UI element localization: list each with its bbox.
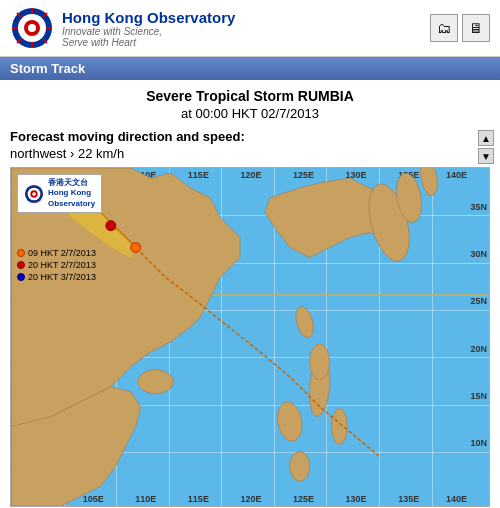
legend-item-3: 20 HKT 3/7/2013 <box>17 272 96 282</box>
scroll-down-button[interactable]: ▼ <box>478 148 494 164</box>
svg-point-17 <box>418 168 440 197</box>
network-icon[interactable]: 🖥 <box>462 14 490 42</box>
legend-circle-3 <box>17 273 25 281</box>
storm-track-banner: Storm Track <box>0 57 500 80</box>
header-icons: 🗂 🖥 <box>430 14 490 42</box>
legend-label-2: 20 HKT 2/7/2013 <box>28 260 96 270</box>
legend-circle-1 <box>17 249 25 257</box>
scroll-up-button[interactable]: ▲ <box>478 130 494 146</box>
header-tagline-2: Serve with Heart <box>62 37 235 48</box>
storm-title: Severe Tropical Storm RUMBIA <box>10 88 490 104</box>
map-logo: 香港天文台Hong KongObservatory <box>17 174 102 213</box>
legend-label-1: 09 HKT 2/7/2013 <box>28 248 96 258</box>
svg-point-18 <box>293 305 317 340</box>
hko-logo-icon <box>10 6 54 50</box>
main-content: Severe Tropical Storm RUMBIA at 00:00 HK… <box>0 80 500 507</box>
svg-point-11 <box>28 24 36 32</box>
legend-label-3: 20 HKT 3/7/2013 <box>28 272 96 282</box>
legend: 09 HKT 2/7/2013 20 HKT 2/7/2013 20 HKT 3… <box>17 210 96 284</box>
legend-item-2: 20 HKT 2/7/2013 <box>17 260 96 270</box>
header-title: Hong Kong Observatory <box>62 9 235 26</box>
header-left: Hong Kong Observatory Innovate with Scie… <box>10 6 235 50</box>
svg-point-37 <box>32 192 36 196</box>
scroll-arrows: ▲ ▼ <box>478 130 494 164</box>
storm-time: at 00:00 HKT 02/7/2013 <box>10 106 490 121</box>
header: Hong Kong Observatory Innovate with Scie… <box>0 0 500 57</box>
map-logo-text: 香港天文台Hong KongObservatory <box>48 178 95 209</box>
svg-point-22 <box>332 409 348 445</box>
banner-title: Storm Track <box>10 61 85 76</box>
legend-item-1: 09 HKT 2/7/2013 <box>17 248 96 258</box>
svg-point-27 <box>131 243 141 253</box>
svg-point-19 <box>138 370 174 394</box>
forecast-label: Forecast moving direction and speed: <box>10 129 490 144</box>
legend-circle-2 <box>17 261 25 269</box>
svg-point-21 <box>275 400 305 443</box>
svg-point-23 <box>290 451 310 481</box>
folder-icon[interactable]: 🗂 <box>430 14 458 42</box>
svg-point-28 <box>106 221 116 231</box>
map-container: 100E 105E 110E 115E 120E 125E 130E 135E … <box>10 167 490 507</box>
header-text: Hong Kong Observatory Innovate with Scie… <box>62 9 235 48</box>
svg-point-25 <box>310 344 330 380</box>
forecast-value: northwest › 22 km/h <box>10 146 490 161</box>
header-tagline-1: Innovate with Science, <box>62 26 235 37</box>
map-hko-logo-icon <box>24 184 44 204</box>
